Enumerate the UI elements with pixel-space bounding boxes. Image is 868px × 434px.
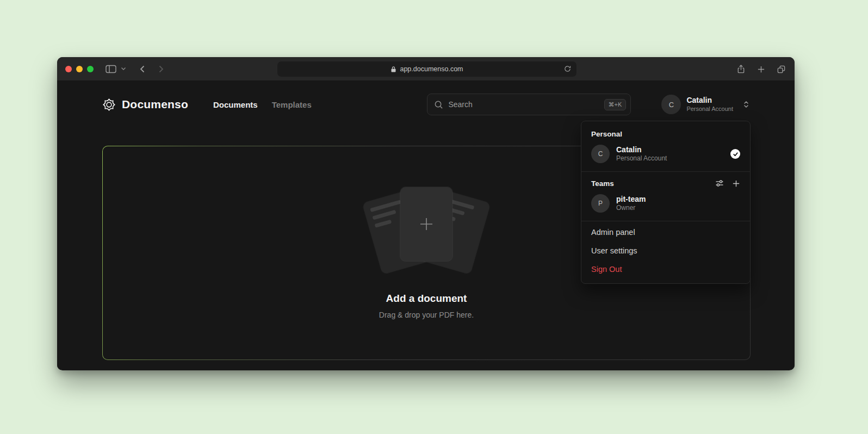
add-team-plus-icon[interactable] [732, 179, 740, 188]
menu-item-user-settings[interactable]: User settings [581, 241, 750, 260]
address-bar[interactable]: app.documenso.com [277, 61, 576, 77]
share-icon[interactable] [736, 64, 746, 74]
team-settings-sliders-icon[interactable] [715, 179, 724, 188]
illustration-card-center [400, 187, 452, 261]
browser-toolbar: app.documenso.com [57, 57, 795, 81]
menu-item-admin-panel[interactable]: Admin panel [581, 223, 750, 241]
team-role: Owner [616, 204, 646, 213]
search-input[interactable] [448, 100, 599, 109]
menu-divider [581, 171, 750, 172]
browser-window: app.documenso.com [57, 57, 795, 370]
search-icon [434, 100, 443, 109]
menu-item-sign-out[interactable]: Sign Out [581, 260, 750, 281]
team-avatar: P [591, 194, 610, 213]
chevrons-up-down-icon [743, 100, 749, 109]
nav-documents[interactable]: Documents [213, 100, 258, 109]
back-arrow-icon[interactable] [138, 65, 147, 73]
dropzone-subtitle: Drag & drop your PDF here. [379, 311, 474, 319]
toolbar-left-icons [94, 65, 165, 73]
url-text: app.documenso.com [400, 65, 463, 73]
personal-account-subtitle: Personal Account [616, 154, 667, 163]
documenso-app-page: Documenso Documents Templates ⌘+K C Cata… [57, 81, 795, 370]
zoom-window-button[interactable] [87, 66, 94, 72]
account-menu-trigger[interactable]: C Catalin Personal Account [661, 95, 749, 114]
personal-section-heading: Personal [581, 125, 750, 142]
refresh-icon[interactable] [563, 65, 572, 75]
documents-illustration [358, 187, 494, 274]
account-type: Personal Account [686, 106, 733, 113]
close-window-button[interactable] [65, 66, 72, 72]
nav-templates[interactable]: Templates [272, 100, 312, 109]
menu-divider [581, 221, 750, 221]
account-dropdown-menu: Personal C Catalin Personal Account Team… [581, 121, 751, 284]
toolbar-right-icons [736, 57, 786, 81]
search-shortcut-badge: ⌘+K [604, 99, 627, 110]
tab-overview-icon[interactable] [777, 65, 786, 74]
forward-arrow-icon[interactable] [157, 65, 165, 73]
dropzone-title: Add a document [386, 293, 467, 305]
team-item[interactable]: P pit-team Owner [581, 192, 750, 219]
main-nav: Documents Templates [213, 100, 312, 109]
brand[interactable]: Documenso [102, 98, 188, 111]
search-box[interactable]: ⌘+K [427, 94, 631, 115]
brand-name: Documenso [122, 98, 188, 111]
traffic-lights [65, 66, 94, 72]
sidebar-chevron-down-icon[interactable] [121, 67, 126, 71]
new-tab-plus-icon[interactable] [757, 65, 765, 73]
personal-account-avatar: C [591, 145, 610, 163]
account-name: Catalin [686, 96, 733, 106]
personal-account-item[interactable]: C Catalin Personal Account [581, 142, 750, 170]
team-name: pit-team [616, 194, 646, 204]
documenso-logo-icon [102, 98, 116, 111]
personal-account-name: Catalin [616, 145, 667, 154]
selected-check-icon [730, 149, 740, 159]
sidebar-toggle-icon[interactable] [106, 65, 116, 73]
account-avatar: C [661, 95, 681, 114]
minimize-window-button[interactable] [76, 66, 83, 72]
add-plus-icon [417, 215, 436, 233]
teams-section-heading: Teams [591, 179, 614, 188]
lock-icon [390, 66, 396, 73]
